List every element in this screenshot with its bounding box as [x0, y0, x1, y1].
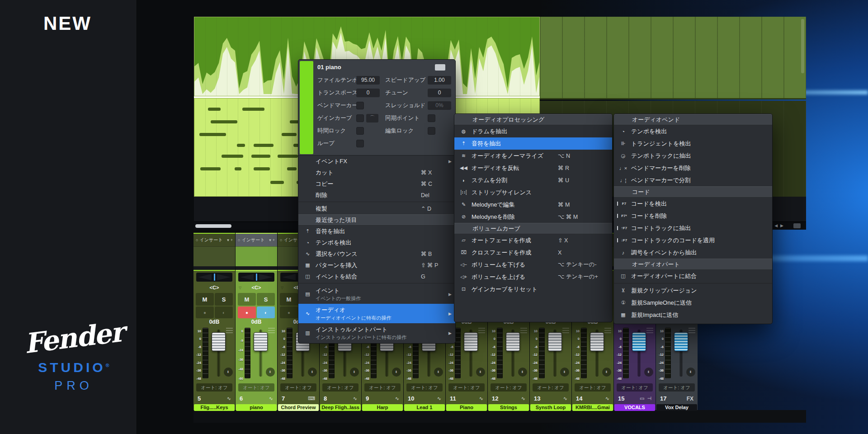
- record-button[interactable]: ●: [196, 307, 214, 318]
- menu-item[interactable]: ⊻新規クリップバージョン: [614, 284, 772, 297]
- automation-mode-button[interactable]: オート: オフ: [659, 383, 695, 392]
- automation-mode-button[interactable]: オート: オフ: [238, 383, 274, 392]
- channel-menu-icon[interactable]: [268, 328, 275, 333]
- automation-mode-button[interactable]: オート: オフ: [575, 383, 611, 392]
- solo-button[interactable]: S: [215, 293, 233, 306]
- dual-pan-button[interactable]: ‖: [392, 368, 401, 377]
- pan-control[interactable]: [196, 273, 232, 282]
- dual-pan-button[interactable]: ‖: [476, 368, 485, 377]
- checkbox[interactable]: [428, 127, 435, 135]
- menu-item[interactable]: ⊘Melodyneを削除⌥ ⌘ M: [454, 211, 612, 223]
- menu-item[interactable]: ≋オーディオをノーマライズ⌥ N: [454, 150, 612, 162]
- scrollbar-thumb[interactable]: [195, 224, 231, 228]
- menu-item[interactable]: ◶テンポトラックに抽出: [614, 150, 772, 162]
- checkbox[interactable]: [356, 114, 364, 122]
- menu-item[interactable]: ⊪トランジェントを検出: [614, 137, 772, 150]
- menu-item[interactable]: ♩×ベンドマーカーを削除: [614, 162, 772, 174]
- insert-dropdown-icon[interactable]: ▾: [269, 238, 271, 242]
- track-area-empty[interactable]: [540, 17, 806, 99]
- menu-item[interactable]: ▤イベントイベントの一般操作▶: [298, 284, 455, 304]
- channel-name[interactable]: Flig.....Keys: [194, 404, 235, 411]
- dual-pan-button[interactable]: ‖: [560, 368, 569, 377]
- menu-item[interactable]: ◍ドラムを抽出: [454, 125, 612, 137]
- insert-dropdown-icon[interactable]: ▾: [227, 238, 229, 242]
- dual-pan-button[interactable]: ‖: [686, 368, 695, 377]
- insert-header[interactable]: ○インサート▾+: [193, 234, 235, 246]
- checkbox[interactable]: [428, 114, 435, 122]
- monitor-button[interactable]: ◐: [257, 307, 275, 318]
- fader-handle[interactable]: [212, 332, 226, 351]
- solo-button[interactable]: S: [257, 293, 275, 306]
- channel-name[interactable]: VOCALS: [614, 404, 655, 411]
- automation-mode-button[interactable]: オート: オフ: [491, 383, 527, 392]
- mixer-channel-5[interactable]: ○インサート▾+<C>MS●◐0dB100-6-12-24-36-48‖オート:…: [193, 233, 235, 410]
- value-field[interactable]: 0%: [428, 101, 451, 110]
- menu-item[interactable]: ◫オーディオパートに結合: [614, 270, 772, 282]
- insert-add-icon[interactable]: +: [231, 238, 233, 242]
- vertical-scrollbar[interactable]: [801, 19, 804, 73]
- fader-handle[interactable]: [548, 332, 562, 351]
- channel-menu-icon[interactable]: [520, 328, 527, 333]
- channel-name[interactable]: Piano: [446, 404, 487, 411]
- dual-pan-button[interactable]: ‖: [224, 368, 233, 377]
- scrollbar-arrows[interactable]: ◀▶: [774, 223, 786, 228]
- checkbox[interactable]: [356, 127, 364, 135]
- value-field[interactable]: 1.00: [428, 76, 451, 85]
- channel-name[interactable]: Deep Fligh..lass: [320, 404, 361, 411]
- menu-item[interactable]: F7コードを検出: [614, 198, 772, 210]
- menu-item[interactable]: ◔テンポを検出: [614, 125, 772, 137]
- automation-mode-button[interactable]: オート: オフ: [280, 383, 316, 392]
- menu-item[interactable]: ⊡ゲインカーブをリセット: [454, 283, 612, 295]
- insert-header[interactable]: ○インサート▾+: [236, 234, 277, 246]
- menu-item[interactable]: コピー⌘ C: [298, 178, 455, 189]
- dual-pan-button[interactable]: ‖: [434, 368, 443, 377]
- fader-handle[interactable]: [506, 332, 520, 351]
- menu-item[interactable]: ↑F7コードトラックに抽出: [614, 222, 772, 234]
- menu-item[interactable]: ⇡音符を抽出: [454, 137, 612, 150]
- channel-name[interactable]: piano: [236, 404, 277, 411]
- menu-item[interactable]: ♩¦ベンドマーカーで分割: [614, 174, 772, 186]
- mute-button[interactable]: M: [238, 293, 256, 306]
- fader-handle[interactable]: [464, 332, 478, 351]
- dual-pan-button[interactable]: ‖: [350, 368, 359, 377]
- insert-slot-area[interactable]: [236, 246, 277, 266]
- monitor-button[interactable]: ◐: [215, 307, 233, 318]
- menu-item[interactable]: ▦パターンを挿入⇧ ⌘ P: [298, 259, 455, 271]
- pan-control[interactable]: [238, 273, 274, 282]
- menu-item[interactable]: ①新規SampleOneに送信: [614, 297, 772, 309]
- fader-handle[interactable]: [590, 332, 604, 351]
- menu-item[interactable]: ◁−ボリュームを下げる⌥ テンキーの-: [454, 259, 612, 271]
- channel-name[interactable]: Harp: [362, 404, 403, 411]
- dual-pan-button[interactable]: ‖: [602, 368, 611, 377]
- gain-curve-button[interactable]: ⌒: [366, 114, 378, 123]
- menu-item[interactable]: ◫イベントを結合G: [298, 271, 455, 282]
- channel-menu-icon[interactable]: [478, 328, 485, 333]
- menu-item[interactable]: ▱オートフェードを作成⇧ X: [454, 234, 612, 246]
- insert-slot-area[interactable]: [193, 246, 235, 266]
- menu-item[interactable]: カット⌘ X: [298, 167, 455, 178]
- channel-name[interactable]: Strings: [488, 404, 529, 411]
- mixer-channel-6[interactable]: ○インサート▾+▽<C>MS●◐0dB0-9-24-36-48-60‖オート: …: [236, 233, 277, 410]
- checkbox[interactable]: [356, 102, 364, 109]
- menu-item[interactable]: ◔テンポを検出: [298, 237, 455, 248]
- channel-name[interactable]: Chord Preview: [278, 404, 319, 411]
- value-field[interactable]: 0: [356, 89, 380, 97]
- scrollbar-zoom-box[interactable]: [793, 223, 801, 228]
- dual-pan-button[interactable]: ‖: [518, 368, 527, 377]
- menu-item[interactable]: ⇡音符を抽出: [298, 226, 455, 237]
- fader-handle[interactable]: [632, 332, 646, 351]
- value-field[interactable]: 95.00: [356, 76, 380, 85]
- mute-button[interactable]: M: [196, 293, 214, 306]
- automation-mode-button[interactable]: オート: オフ: [322, 383, 359, 392]
- dual-pan-button[interactable]: ‖: [644, 368, 653, 377]
- input-dropdown-icon[interactable]: ▽: [239, 286, 241, 290]
- automation-mode-button[interactable]: オート: オフ: [617, 383, 653, 392]
- menu-item[interactable]: イベントFX▶: [298, 156, 455, 167]
- value-field[interactable]: 0: [428, 89, 451, 97]
- menu-item[interactable]: ✎Melodyneで編集⌘ M: [454, 198, 612, 211]
- input-dropdown-icon[interactable]: ▽: [281, 286, 283, 290]
- menu-item[interactable]: F7ˣコードを削除: [614, 210, 772, 222]
- channel-menu-icon[interactable]: [646, 328, 653, 333]
- fader-handle[interactable]: [254, 332, 268, 351]
- channel-menu-icon[interactable]: [689, 328, 695, 333]
